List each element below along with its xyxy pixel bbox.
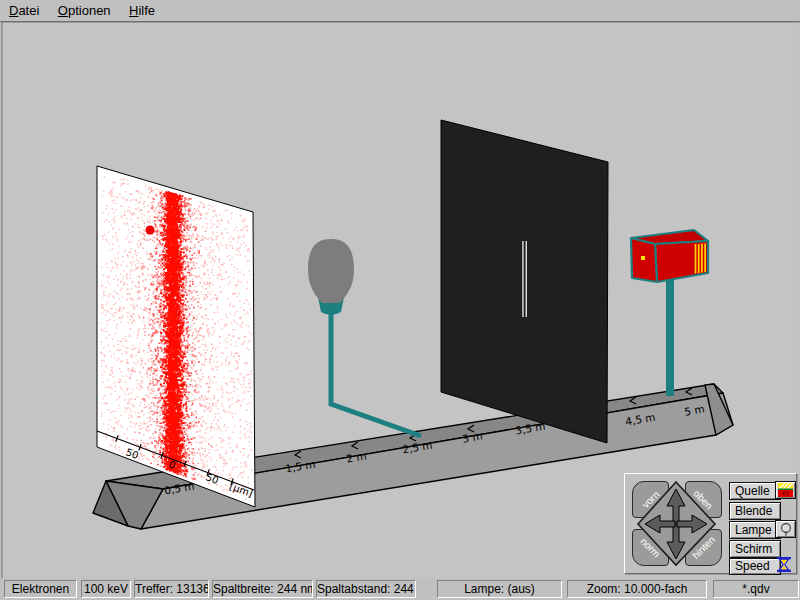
speed-button[interactable]: Speed [729,558,781,575]
bulb-icon [780,522,792,537]
status-particle-type: Elektronen [4,580,77,598]
source-stand [666,278,674,396]
latest-hit-marker [146,226,155,235]
source-pause-icon [778,483,793,497]
menu-datei[interactable]: Datei [2,3,46,18]
lamp-toggle-button[interactable] [775,520,796,538]
menu-hilfe[interactable]: Hilfe [122,3,162,18]
status-lamp-state: Lampe: (aus) [437,580,562,598]
status-bar: Elektronen 100 keV Treffer: 13136 Spaltb… [0,578,800,600]
lampe-button[interactable]: Lampe [729,521,781,539]
source-state-button[interactable] [775,481,796,499]
status-zoom-level: Zoom: 10.000-fach [567,580,707,598]
source-aperture-dot [641,256,645,260]
menu-bar: Datei Optionen Hilfe [0,0,800,22]
status-slit-distance: Spaltabstand: 244 nm [316,580,416,598]
status-slit-width: Spaltbreite: 244 nm [212,580,313,598]
slit-right [526,241,527,317]
pan-arrows-control[interactable] [632,481,722,567]
quelle-button[interactable]: Quelle [729,482,781,500]
control-panel: vorn oben norm hinten Quelle Blende Lamp… [624,473,797,574]
simulation-window: 0,5 m 1,5 m 2 m 2,5 m 3 m 3,5 m 4,5 m 5 … [0,0,800,600]
slit-left [522,241,523,317]
status-energy: 100 keV [81,580,131,598]
slit-plate[interactable] [441,120,608,443]
menu-optionen[interactable]: Optionen [51,3,118,18]
schirm-button[interactable]: Schirm [729,540,781,558]
detector-screen[interactable]: 50 0 50 [µm] [97,166,255,507]
status-filename: *.qdv [713,580,799,598]
lamp-bulb-icon [308,239,354,303]
hourglass-icon [776,557,792,572]
status-hit-count: Treffer: 13136 [134,580,209,598]
blende-button[interactable]: Blende [729,502,781,520]
